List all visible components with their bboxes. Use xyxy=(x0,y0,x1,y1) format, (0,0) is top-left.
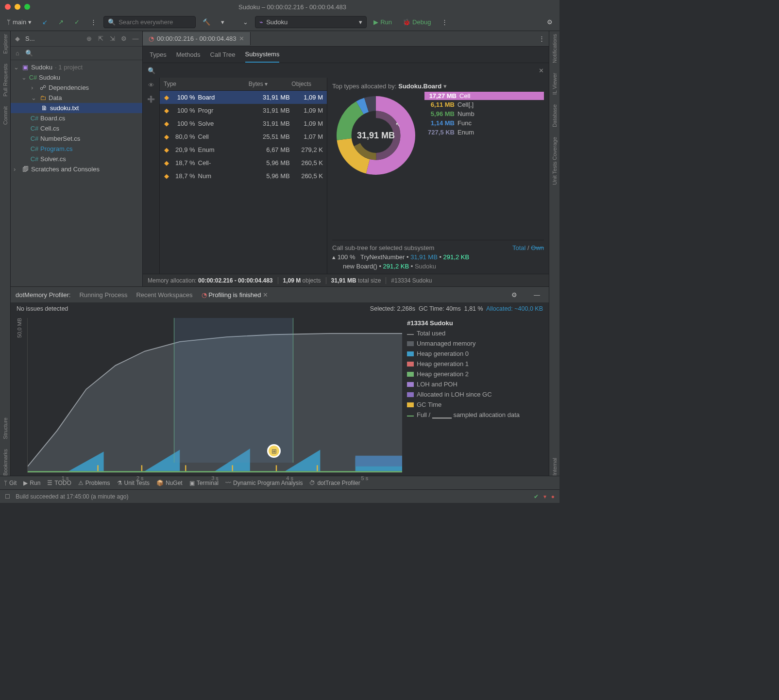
collapse-all-icon[interactable]: ⇲ xyxy=(108,35,116,43)
runconfig-dropdown-icon[interactable]: ⌄ xyxy=(239,17,252,28)
th-bytes[interactable]: Bytes ▾ xyxy=(228,78,271,90)
subtree-toggle-total[interactable]: Total xyxy=(512,244,525,251)
rail-unit-tests-coverage[interactable]: Unit Tests Coverage xyxy=(552,137,558,185)
add-icon[interactable]: ➕ xyxy=(147,96,155,103)
run-config-selector[interactable]: ⌁ Sudoku ▾ xyxy=(255,16,367,28)
table-row[interactable]: ◆100 %Progr31,91 MB1,09 M xyxy=(160,104,327,117)
tree-file-solver[interactable]: C# Solver.cs xyxy=(11,154,142,164)
tab-call-tree[interactable]: Call Tree xyxy=(210,47,236,62)
tab-methods[interactable]: Methods xyxy=(176,47,201,62)
rail-bookmarks[interactable]: Bookmarks xyxy=(2,449,8,476)
status-error-icon[interactable]: ▾ xyxy=(543,493,546,500)
legend-row[interactable]: Total used xyxy=(407,328,543,338)
build-icon[interactable]: 🔨 xyxy=(199,17,214,28)
legend-row[interactable]: 5,96 MBNumb xyxy=(424,109,544,118)
clear-filter-icon[interactable]: ✕ xyxy=(539,67,544,74)
subtree-row[interactable]: new Board() • 291,2 KB • Sudoku xyxy=(332,262,544,271)
debug-button[interactable]: 🐞 Debug xyxy=(399,17,435,28)
home-icon[interactable]: ⌂ xyxy=(14,50,21,57)
tree-scratches[interactable]: › 🗐 Scratches and Consoles xyxy=(11,164,142,174)
hide-panel-icon[interactable]: — xyxy=(530,289,544,300)
settings-icon[interactable]: ⚙ xyxy=(543,17,557,28)
tab-subsystems[interactable]: Subsystems xyxy=(245,47,280,63)
tab-profiling-finished[interactable]: ◔ Profiling is finished ✕ xyxy=(202,288,269,302)
maximize-window[interactable] xyxy=(24,4,30,10)
table-row[interactable]: ◆100 %Solve31,91 MB1,09 M xyxy=(160,117,327,130)
legend-row[interactable]: Allocated in LOH since GC xyxy=(407,389,543,400)
table-row[interactable]: ◆100 %Board31,91 MB1,09 M xyxy=(160,91,327,104)
tree-project[interactable]: ⌄ C# Sudoku xyxy=(11,72,142,83)
close-icon[interactable]: ✕ xyxy=(263,291,268,299)
subtree-row[interactable]: ▴ 100 % TryNextNumber • 31,91 MB • 291,2… xyxy=(332,252,544,262)
search-everywhere[interactable]: 🔍 Search everywhere xyxy=(103,16,196,28)
chevron-down-icon[interactable]: ▾ xyxy=(443,83,447,90)
bb-git[interactable]: ᛘGit xyxy=(4,480,17,486)
legend-row[interactable]: Heap generation 1 xyxy=(407,359,543,369)
settings-icon[interactable]: ⚙ xyxy=(120,35,128,43)
legend-row[interactable]: Heap generation 0 xyxy=(407,349,543,359)
minimize-window[interactable] xyxy=(15,4,20,10)
filter-input[interactable] xyxy=(158,67,539,74)
rail-explorer[interactable]: Explorer xyxy=(2,34,8,54)
tab-types[interactable]: Types xyxy=(150,47,167,62)
expand-all-icon[interactable]: ⇱ xyxy=(97,35,104,43)
donut-chart[interactable]: 31,91 MB ↖ xyxy=(332,92,420,179)
subtree-toggle-own[interactable]: Own xyxy=(531,244,544,251)
vcs-more-icon[interactable]: ⋮ xyxy=(86,17,101,28)
rail-pull-requests[interactable]: Pull Requests xyxy=(2,64,8,97)
th-objects[interactable]: Objects xyxy=(271,78,315,90)
tree-folder-data[interactable]: ⌄ 🗀 Data xyxy=(11,93,142,103)
tab-running-process[interactable]: Running Process xyxy=(79,288,127,302)
tree-file-numberset[interactable]: C# NumberSet.cs xyxy=(11,133,142,144)
window-controls[interactable] xyxy=(5,4,30,10)
selection-range[interactable] xyxy=(174,318,294,463)
legend-row[interactable]: 727,5 KBEnum xyxy=(424,128,544,137)
legend-row[interactable]: 17,27 MBCell xyxy=(424,92,544,100)
close-icon[interactable]: ✕ xyxy=(239,35,244,42)
legend-row[interactable]: Full / ▁▁▁▁ sampled allocation data xyxy=(407,410,543,420)
memory-timeline-chart[interactable]: ⊞ 1 s2 s3 s4 s5 s xyxy=(27,318,402,473)
table-row[interactable]: ◆20,9 %Enum6,67 MB279,2 K xyxy=(160,143,327,156)
panel-settings-icon[interactable]: ⚙ xyxy=(508,289,521,300)
status-panel-icon[interactable]: ☐ xyxy=(5,493,10,500)
legend-row[interactable]: 6,11 MBCell[,] xyxy=(424,100,544,109)
legend-row[interactable]: Heap generation 2 xyxy=(407,369,543,379)
build-dropdown-icon[interactable]: ▾ xyxy=(217,17,228,28)
close-window[interactable] xyxy=(5,4,11,10)
tree-file-program[interactable]: C# Program.cs xyxy=(11,144,142,154)
rail-il-viewer[interactable]: IL Viewer xyxy=(552,73,558,95)
status-alert-icon[interactable]: ● xyxy=(551,493,555,500)
search-icon[interactable]: 🔍 xyxy=(25,50,33,57)
table-row[interactable]: ◆18,7 %Num5,96 MB260,5 K xyxy=(160,169,327,183)
vcs-branch-selector[interactable]: ᛘ main ▾ xyxy=(3,17,35,28)
tree-file-cell[interactable]: C# Cell.cs xyxy=(11,123,142,133)
table-row[interactable]: ◆18,7 %Cell-5,96 MB260,5 K xyxy=(160,156,327,169)
hide-panel-icon[interactable]: — xyxy=(132,35,139,43)
tree-file-board[interactable]: C# Board.cs xyxy=(11,113,142,123)
tab-recent-workspaces[interactable]: Recent Workspaces xyxy=(136,288,192,302)
update-project-icon[interactable]: ↙ xyxy=(38,17,51,28)
tree-solution-root[interactable]: ⌄ ▣ Sudoku · 1 project xyxy=(11,62,142,72)
th-type[interactable]: Type xyxy=(160,78,228,90)
tree-dependencies[interactable]: › ☍ Dependencies xyxy=(11,83,142,93)
eye-icon[interactable]: 👁 xyxy=(148,82,154,89)
run-button[interactable]: ▶ Run xyxy=(370,17,396,28)
rail-commit[interactable]: Commit xyxy=(2,106,8,125)
editor-more-icon[interactable]: ⋮ xyxy=(535,33,549,44)
push-icon[interactable]: ✓ xyxy=(70,17,84,28)
rail-database[interactable]: Database xyxy=(552,104,558,127)
solution-icon[interactable]: ◆ xyxy=(14,35,21,43)
rail-internal[interactable]: Internal xyxy=(552,458,558,476)
legend-row[interactable]: GC Time xyxy=(407,400,543,410)
rail-structure[interactable]: Structure xyxy=(2,417,8,439)
status-ok-icon[interactable]: ✔ xyxy=(534,493,539,500)
locate-icon[interactable]: ⊕ xyxy=(85,35,93,43)
legend-row[interactable]: Unmanaged memory xyxy=(407,338,543,349)
legend-row[interactable]: LOH and POH xyxy=(407,379,543,389)
legend-row[interactable]: 1,14 MBFunc xyxy=(424,118,544,128)
editor-tab[interactable]: ◔ 00:00:02.216 - 00:00:04.483 ✕ xyxy=(143,32,251,45)
table-row[interactable]: ◆80,0 %Cell25,51 MB1,07 M xyxy=(160,130,327,143)
more-run-icon[interactable]: ⋮ xyxy=(438,17,452,28)
tree-file-sudoku-txt[interactable]: 🗎 sudoku.txt xyxy=(11,103,142,113)
rail-notifications[interactable]: Notifications xyxy=(552,34,558,63)
